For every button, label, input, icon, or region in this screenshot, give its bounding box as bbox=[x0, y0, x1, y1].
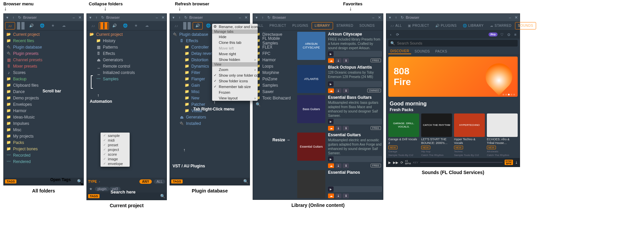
tree-item[interactable]: Scores bbox=[4, 69, 83, 76]
tag-popup[interactable]: samplemidipresetprojectscoreimageenvelop… bbox=[101, 133, 130, 167]
close-icon[interactable]: ✕ bbox=[377, 15, 382, 20]
filter-any[interactable]: ANY bbox=[139, 179, 152, 184]
menu-move-right[interactable]: Move right bbox=[212, 51, 258, 57]
menu-frozen[interactable]: Frozen bbox=[212, 89, 258, 95]
tree-item[interactable]: Dance bbox=[4, 88, 83, 95]
search-input[interactable] bbox=[18, 179, 75, 183]
tab-star-icon[interactable]: ★ bbox=[48, 22, 58, 29]
search-input[interactable] bbox=[397, 41, 516, 45]
card-waveform[interactable]: ▶ bbox=[328, 156, 382, 162]
menu-foldericons[interactable]: Show folder icons bbox=[212, 78, 258, 84]
refresh-icon[interactable]: ↻ bbox=[100, 15, 105, 20]
tree-item[interactable]: Channel presets bbox=[4, 57, 83, 63]
tree-item[interactable]: Backup bbox=[4, 76, 83, 82]
tab-star-icon[interactable]: ★ bbox=[131, 22, 141, 29]
sidebar-item[interactable]: Samples bbox=[253, 82, 296, 88]
tags-label[interactable]: TAGS bbox=[5, 179, 16, 183]
tree-item[interactable]: Generators bbox=[87, 57, 167, 63]
download-icon[interactable]: ⤓ bbox=[335, 193, 341, 198]
tag-option[interactable]: midi bbox=[102, 138, 128, 143]
tab-audio-icon[interactable]: 🔊 bbox=[26, 22, 37, 29]
tab-collapse-icon[interactable] bbox=[99, 22, 109, 29]
titlebar[interactable]: ▾ ↑ ↻ Browser – ✕ bbox=[253, 14, 383, 21]
search-icon[interactable]: 🔍 bbox=[160, 194, 165, 199]
search-bar[interactable]: 🔍 bbox=[388, 40, 518, 47]
heart-icon[interactable]: ♡ bbox=[500, 32, 504, 37]
download-icon[interactable]: ⤓ bbox=[335, 58, 341, 63]
loop-icon[interactable]: ⟳ bbox=[400, 161, 403, 164]
search-input[interactable] bbox=[102, 194, 158, 198]
tab-globe-icon[interactable]: 🌐 bbox=[120, 22, 130, 29]
sidebar-item[interactable]: FPC bbox=[253, 50, 296, 57]
nav-up-icon[interactable]: ↑ bbox=[11, 15, 16, 20]
titlebar[interactable]: ▾ ↑ ↻ Browser – ✕ bbox=[170, 14, 250, 21]
tag-option[interactable]: sample bbox=[102, 133, 128, 138]
close-icon[interactable]: ✕ bbox=[77, 15, 82, 20]
library-card[interactable]: Bass Guitars Essential Bass Guitars Mult… bbox=[297, 95, 382, 131]
tree-item[interactable]: Ideas-Music bbox=[4, 114, 83, 120]
tab-library[interactable]: LIBRARY bbox=[312, 22, 333, 29]
menu-zoom[interactable]: Zoom bbox=[212, 67, 258, 72]
menu-remember[interactable]: Remember tab size bbox=[212, 84, 258, 89]
pack-card[interactable]: ECHOES: Afro & Tribal House… NEW Afrobea… bbox=[487, 113, 518, 157]
filter-all[interactable]: ALL bbox=[154, 179, 165, 184]
library-card[interactable]: ARKSUN CITYSCAPE Arksun Cityscape FREE i… bbox=[297, 32, 382, 63]
info-icon[interactable]: ℹ bbox=[343, 88, 349, 93]
nav-up-icon[interactable]: ↑ bbox=[260, 15, 265, 20]
tree-item-generators[interactable]: Generators bbox=[170, 114, 250, 120]
tree-item[interactable]: Project bones bbox=[4, 146, 83, 152]
sidebar-item[interactable]: PoiZone bbox=[253, 76, 296, 82]
tree-item[interactable]: Demo projects bbox=[4, 95, 83, 101]
tag-pill[interactable]: plugin bbox=[95, 187, 109, 191]
tab-all-icon[interactable]: ♪♪ bbox=[5, 22, 15, 29]
nav-up-icon[interactable]: ↑ bbox=[394, 15, 398, 20]
tree-item[interactable]: Clipboard files bbox=[4, 82, 83, 88]
sidebar-item[interactable]: Harmor bbox=[253, 57, 296, 63]
tab-starred[interactable]: STARRED bbox=[334, 22, 356, 29]
tree-item[interactable]: Recent files bbox=[4, 37, 83, 44]
nav-up-icon[interactable]: ↑ bbox=[94, 15, 99, 20]
search-input[interactable] bbox=[185, 179, 241, 183]
tag-option[interactable]: score bbox=[102, 152, 128, 157]
sync-button[interactable]: SYNC BPM bbox=[505, 160, 513, 165]
cloud-icon[interactable]: ☁ bbox=[328, 126, 334, 131]
tree-item[interactable]: Visual bbox=[170, 107, 250, 114]
library-card[interactable]: Essential Guitars Essential Guitars Mult… bbox=[297, 133, 382, 168]
cloud-icon[interactable]: ☁ bbox=[328, 58, 334, 63]
subtab-discover[interactable]: DISCOVER bbox=[388, 49, 411, 54]
menu-hide[interactable]: Hide bbox=[212, 34, 258, 40]
tab-cloud-icon[interactable]: ☁ bbox=[59, 22, 69, 29]
tab-all[interactable]: ♪♪ALL bbox=[388, 22, 404, 29]
refresh-icon[interactable]: ↻ bbox=[266, 15, 271, 20]
titlebar[interactable]: ▾ ↑ ↻ Browser – ✕ bbox=[386, 14, 520, 21]
tree-item[interactable]: Samples bbox=[87, 76, 167, 82]
info-icon[interactable]: ℹ bbox=[343, 126, 349, 131]
tree-item[interactable]: Current project bbox=[4, 31, 83, 37]
tag-option[interactable]: envelope bbox=[102, 161, 128, 166]
history-icon[interactable]: ⊙ bbox=[506, 32, 511, 37]
tab-project[interactable]: PROJECT bbox=[267, 22, 289, 29]
tab-audio-icon[interactable]: 🔊 bbox=[110, 22, 120, 29]
tab-all-icon[interactable]: ♪♪ bbox=[88, 22, 98, 29]
tree-item[interactable]: Misc bbox=[4, 127, 83, 133]
menu-dropdown-icon[interactable]: ▾ bbox=[5, 15, 10, 20]
subtab-packs[interactable]: PACKS bbox=[433, 49, 449, 54]
minimize-icon[interactable]: – bbox=[508, 15, 512, 20]
download-icon[interactable]: ⤓ bbox=[515, 161, 518, 164]
library-card[interactable]: ATLANTIS Black Octopus Atlantis 128 Ocea… bbox=[297, 65, 382, 93]
banner-pagination[interactable] bbox=[503, 94, 515, 95]
menu-dropdown-icon[interactable]: ▾ bbox=[171, 15, 176, 20]
download-icon[interactable]: ⤓ bbox=[335, 126, 341, 131]
tree-item[interactable]: Envelopes bbox=[4, 101, 83, 107]
cloud-icon[interactable]: ☁ bbox=[328, 88, 334, 93]
refresh-icon[interactable]: ↻ bbox=[17, 15, 22, 20]
menu-onefolder[interactable]: Show only one folder content bbox=[212, 72, 258, 78]
pack-card[interactable]: HYPERTECHNO Hyper Techno & Vocals NEW Te… bbox=[454, 113, 485, 157]
tree-item[interactable]: Rendered bbox=[4, 158, 83, 165]
nav-back-icon[interactable]: ‹ bbox=[388, 32, 393, 37]
tab-sounds[interactable]: SOUNDS bbox=[515, 22, 536, 29]
menu-icon[interactable]: ≡ bbox=[513, 32, 518, 37]
pack-card[interactable]: CATCH THE RHYTHM LET'S START THE BOUNCE:… bbox=[421, 113, 452, 157]
tree-item[interactable]: Packs bbox=[4, 139, 83, 146]
download-icon[interactable]: ⤓ bbox=[335, 88, 341, 93]
